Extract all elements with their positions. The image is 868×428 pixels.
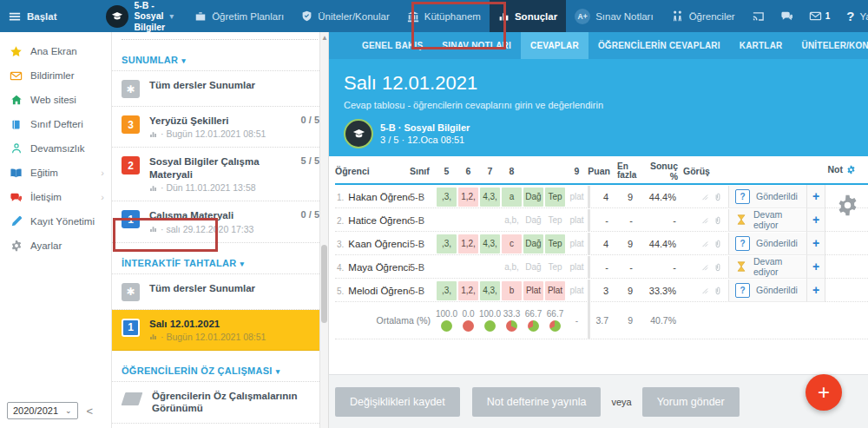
gorus-cell[interactable] (683, 239, 728, 249)
answer-cell-q4[interactable]: c (501, 234, 523, 254)
answer-cell-q6[interactable]: Tep (544, 211, 566, 230)
answer-cell-q1[interactable] (436, 211, 457, 230)
answer-cell-q7[interactable]: plat (566, 258, 588, 277)
list-item[interactable]: 2Sosyal Bilgiler Çalışma Materyali· Dün … (111, 148, 328, 201)
topnav-sinav-notlari[interactable]: A+Sınav Notları (566, 0, 661, 32)
list-item[interactable]: 3Yeryüzü Şekilleri· Bugün 12.01.2021 08:… (111, 107, 328, 148)
status-cell[interactable]: ?Gönderildi (728, 186, 806, 208)
tab--renci-leri-n-cevaplari[interactable]: ÖĞRENCİLERİN CEVAPLARI (589, 32, 730, 59)
tab-genel-baki-[interactable]: GENEL BAKIŞ (352, 32, 432, 59)
answer-cell-q6[interactable]: Plat (544, 281, 566, 300)
add-note-button[interactable]: + (806, 279, 825, 302)
section-header-3[interactable]: ÖĞRENCİLERİN ÖZ ÇALIŞMASI▾ (122, 365, 328, 376)
sidebar-item-ana-ekran[interactable]: Ana Ekran (0, 39, 111, 63)
add-note-button[interactable]: + (806, 208, 825, 232)
add-note-button[interactable]: + (806, 232, 825, 255)
topbar-nav: Öğretim PlanlarıÜniteler/KonularKütüphan… (186, 0, 744, 32)
answer-cell-q6[interactable]: Tep (544, 188, 566, 207)
chat-button[interactable] (773, 10, 801, 23)
send-comment-button[interactable]: Yorum gönder (642, 387, 740, 417)
mail-button[interactable]: 1 (801, 10, 838, 23)
add-button[interactable]: + (806, 374, 842, 411)
answer-cell-q2[interactable] (457, 258, 479, 277)
answer-cell-q2[interactable]: 1,2, (457, 234, 479, 254)
answer-cell-q7[interactable]: plat (566, 234, 588, 254)
publish-gradebook-button[interactable]: Not defterine yayınla (472, 387, 602, 417)
answer-cell-q2[interactable] (457, 211, 479, 230)
section-header-2[interactable]: İNTERAKTİF TAHTALAR▾ (122, 258, 328, 268)
answer-cell-q4[interactable]: a,b, (501, 258, 523, 277)
topnav-kutuphanem[interactable]: Kütüphanem (398, 0, 490, 32)
sidebar-item-egitim[interactable]: Eğitim› (0, 161, 111, 185)
status-cell[interactable]: Devam ediyor (728, 209, 806, 232)
topnav-ogrenciler[interactable]: Öğrenciler (662, 0, 744, 32)
add-note-button[interactable]: + (806, 185, 825, 208)
collapse-sidebar-button[interactable]: < (87, 405, 94, 418)
answer-cell-q3[interactable]: 4,3, (479, 281, 501, 300)
save-changes-button[interactable]: Değişiklikleri kaydet (335, 387, 460, 417)
sidebar-item-devamsizlik[interactable]: Devamsızlık (0, 136, 111, 161)
answer-cell-q4[interactable]: a (501, 188, 523, 207)
tab-cevaplar[interactable]: CEVAPLAR (521, 32, 589, 59)
sidebar-item-web-sitesi[interactable]: Web sitesi (0, 88, 111, 112)
answer-cell-q3[interactable]: 4,3, (479, 188, 501, 207)
class-switcher[interactable]: 5-B - Sosyal Bilgiler (135, 0, 166, 31)
answer-cell-q3[interactable] (479, 211, 501, 230)
section-header-1[interactable]: SUNUMLAR▾ (122, 55, 328, 65)
list-item[interactable]: Öğrencilerin Öz Çalışmalarının Görünümü (111, 381, 328, 424)
tab--ni-teler-konular[interactable]: ÜNİTELER/KONULAR (792, 32, 868, 59)
answer-cell-q6[interactable]: Tep (544, 234, 566, 254)
answer-cell-q7[interactable]: plat (566, 281, 588, 300)
topnav-ogretim-planlari[interactable]: Öğretim Planları (186, 0, 293, 32)
chat-icon (780, 10, 793, 23)
answer-cell-q5[interactable]: Dağ (523, 234, 544, 254)
list-item[interactable]: ✱Tüm dersler Sunumlar (111, 273, 328, 310)
answer-cell-q2[interactable]: 1,2, (457, 188, 479, 207)
answer-cell-q4[interactable]: a,b, (501, 211, 523, 230)
sidebar-item-sinif-defteri[interactable]: Sınıf Defteri (0, 112, 111, 136)
answer-cell-q1[interactable]: ,3, (436, 188, 457, 207)
sidebar-item-bildirimler[interactable]: Bildirimler (0, 63, 111, 88)
answer-cell-q4[interactable]: b (501, 281, 523, 300)
gorus-cell[interactable] (683, 192, 728, 202)
answer-cell-q2[interactable]: 1,2, (457, 281, 479, 300)
topnav-sonuclar[interactable]: Sonuçlar (490, 0, 566, 32)
answer-cell-q3[interactable] (479, 258, 501, 277)
tab-kartlar[interactable]: KARTLAR (730, 32, 792, 59)
sidebar-item-ayarlar[interactable]: Ayarlar (0, 234, 111, 258)
answer-cell-q5[interactable]: Dağ (523, 188, 544, 207)
list-item[interactable]: 1Çalışma Materyali· salı 29.12.2020 17:3… (111, 201, 328, 242)
class-avatar[interactable] (106, 5, 128, 28)
answer-cell-q5[interactable]: Dağ (523, 258, 544, 277)
cast-button[interactable] (744, 10, 773, 23)
answer-cell-q7[interactable]: plat (566, 211, 588, 230)
status-cell[interactable]: Devam ediyor (728, 256, 806, 279)
answer-cell-q5[interactable]: Plat (523, 281, 544, 300)
list-item[interactable]: ✱Tüm dersler Sunumlar (111, 70, 328, 107)
status-cell[interactable]: ?Gönderildi (728, 233, 806, 255)
start-menu-button[interactable]: Başlat (0, 10, 57, 23)
panel-scrollbar[interactable]: ▲ (319, 32, 328, 428)
tab-sinav-notlari[interactable]: SINAV NOTLARI (432, 32, 521, 59)
scrollbar-thumb[interactable] (321, 245, 327, 323)
answer-cell-q1[interactable] (436, 258, 457, 277)
gear-icon[interactable] (846, 165, 856, 174)
sidebar-item-kayit-yonetimi[interactable]: Kayıt Yönetimi (0, 209, 111, 234)
gorus-cell[interactable] (683, 215, 728, 226)
topnav-uniteler-konular[interactable]: Üniteler/Konular (293, 0, 398, 32)
add-note-button[interactable]: + (806, 255, 825, 279)
sidebar-item-iletisim[interactable]: İletişim› (0, 185, 111, 209)
answer-cell-q7[interactable]: plat (566, 188, 588, 207)
gorus-cell[interactable] (683, 286, 728, 296)
help-button[interactable]: ? Yardım Al (838, 0, 868, 32)
list-item[interactable]: 1Salı 12.01.2021· Bugün 12.01.2021 08:51 (111, 310, 328, 351)
answer-cell-q6[interactable]: Tep (544, 258, 566, 277)
answer-cell-q3[interactable]: 4,3, (479, 234, 501, 254)
table-settings-gear-icon[interactable] (836, 194, 859, 217)
answer-cell-q1[interactable]: ,3, (436, 234, 457, 254)
gorus-cell[interactable] (683, 262, 728, 273)
school-year-select[interactable]: 2020/2021 ⌄ (7, 402, 78, 419)
answer-cell-q1[interactable]: ,3, (436, 281, 457, 300)
status-cell[interactable]: ?Gönderildi (728, 280, 806, 302)
answer-cell-q5[interactable]: Dağ (523, 211, 544, 230)
